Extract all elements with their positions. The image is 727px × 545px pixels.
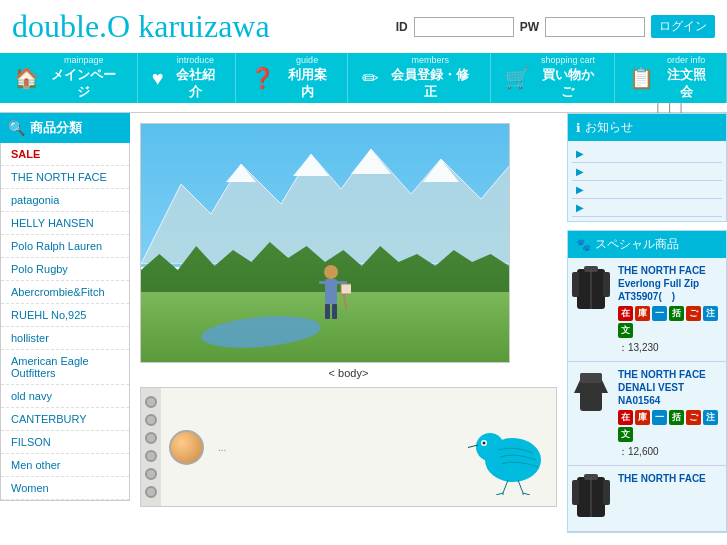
oshirase-title: ℹ お知らせ: [568, 114, 726, 141]
nav-guide-sub: guide: [281, 55, 333, 67]
tag-mon: 文: [618, 323, 633, 338]
product-tags-2: 在 庫 一 括 ご 注 文: [618, 410, 722, 442]
arrow-icon-1: ▶: [576, 148, 584, 159]
pw-input[interactable]: [545, 17, 645, 37]
painter-figure: [311, 264, 351, 327]
oshirase-row-4[interactable]: ▶: [572, 199, 722, 217]
arrow-icon-4: ▶: [576, 202, 584, 213]
sidebar-item-old-navy[interactable]: old navy: [1, 385, 129, 408]
sidebar-item-northface[interactable]: THE NORTH FACE: [1, 166, 129, 189]
svg-rect-13: [341, 284, 351, 294]
mountain-bg: [141, 134, 509, 264]
id-input[interactable]: [414, 17, 514, 37]
nav-introduce[interactable]: ♥ introduce 会社紹介: [138, 53, 237, 103]
sidebar-item-abercrombie[interactable]: Abercrombie&Fitch: [1, 281, 129, 304]
svg-marker-4: [351, 149, 391, 174]
nav-members[interactable]: ✏ members 会員登録・修正: [348, 53, 491, 103]
product-item-1[interactable]: THE NORTH FACE Everlong Full Zip AT35907…: [568, 258, 726, 362]
nav-order-sub: order info: [660, 55, 712, 67]
search-icon: 🔍: [8, 120, 25, 136]
logo: double.O karuizawa: [12, 8, 386, 45]
content-area: < body> ...: [130, 113, 567, 533]
sidebar-item-filson[interactable]: FILSON: [1, 431, 129, 454]
product-item-2[interactable]: THE NORTH FACE DENALI VEST NA01564 在 庫 一…: [568, 362, 726, 466]
notebook-text-area: ...: [214, 438, 458, 457]
header: double.O karuizawa ID PW ログイン: [0, 0, 727, 53]
product-price-1: ：13,230: [618, 341, 722, 355]
login-area: ID PW ログイン: [396, 15, 715, 38]
svg-rect-26: [572, 272, 579, 297]
nav-guide[interactable]: ❓ guide 利用案内: [236, 53, 348, 103]
svg-rect-11: [332, 304, 337, 319]
sidebar-item-hollister[interactable]: hollister: [1, 327, 129, 350]
svg-rect-33: [572, 480, 579, 505]
svg-rect-10: [325, 304, 330, 319]
oshirase-row-3[interactable]: ▶: [572, 181, 722, 199]
oshirase-row-2[interactable]: ▶: [572, 163, 722, 181]
nav-introduce-sub: introduce: [170, 55, 222, 67]
nav-shopping[interactable]: 🛒 shopping cart 買い物かご: [491, 53, 616, 103]
nav-mainpage[interactable]: 🏠 mainpage メインページ: [0, 53, 138, 103]
product-info-1: THE NORTH FACE Everlong Full Zip AT35907…: [618, 264, 722, 355]
sidebar-item-men-other[interactable]: Men other: [1, 454, 129, 477]
tag-go-2: ご: [686, 410, 701, 425]
login-button[interactable]: ログイン: [651, 15, 715, 38]
sidebar-title: 🔍 商品分類: [0, 113, 130, 143]
nav-mainpage-main: メインページ: [45, 67, 123, 101]
nav-guide-main: 利用案内: [281, 67, 333, 101]
product-image-2: [572, 368, 612, 421]
nav-members-main: 会員登録・修正: [385, 67, 476, 101]
cart-icon: 🛒: [505, 66, 530, 90]
sidebar-list: SALE THE NORTH FACE patagonia HELLY HANS…: [0, 143, 130, 501]
svg-rect-8: [319, 281, 327, 284]
sidebar-item-patagonia[interactable]: patagonia: [1, 189, 129, 212]
sidebar-item-american-eagle[interactable]: American Eagle Outfitters: [1, 350, 129, 385]
tag-zaiko-2: 在: [618, 410, 633, 425]
pw-label: PW: [520, 20, 539, 34]
paw-icon: 🐾: [576, 238, 591, 252]
tag-ko-2: 庫: [635, 410, 650, 425]
notebook-rings: [141, 388, 161, 506]
sidebar-item-polo-rugby[interactable]: Polo Rugby: [1, 258, 129, 281]
separator: | | |: [0, 103, 727, 113]
pencil-icon: ✏: [362, 66, 379, 90]
special-box: 🐾 スペシャル商品 THE NORTH FACE Everlong Full Z…: [567, 230, 727, 533]
sidebar-item-women[interactable]: Women: [1, 477, 129, 500]
tag-ichi: 一: [652, 306, 667, 321]
tag-zaiko: 在: [618, 306, 633, 321]
hero-image: [140, 123, 510, 363]
tag-ko: 庫: [635, 306, 650, 321]
svg-line-23: [523, 493, 530, 495]
nav-order[interactable]: 📋 order info 注文照会: [615, 53, 727, 103]
product-info-2: THE NORTH FACE DENALI VEST NA01564 在 庫 一…: [618, 368, 722, 459]
svg-line-21: [496, 493, 503, 495]
arrow-icon-2: ▶: [576, 166, 584, 177]
image-caption: < body>: [140, 367, 557, 379]
sidebar-item-polo-ralph[interactable]: Polo Ralph Lauren: [1, 235, 129, 258]
tag-chu: 注: [703, 306, 718, 321]
oshirase-row-1[interactable]: ▶: [572, 145, 722, 163]
sidebar-item-sale[interactable]: SALE: [1, 143, 129, 166]
sidebar-item-canterbury[interactable]: CANTERBURY: [1, 408, 129, 431]
svg-marker-2: [226, 164, 256, 182]
product-price-2: ：12,600: [618, 445, 722, 459]
ring-2: [145, 414, 157, 426]
tag-chu-2: 注: [703, 410, 718, 425]
sidebar-item-helly[interactable]: HELLY HANSEN: [1, 212, 129, 235]
info-icon: ℹ: [576, 121, 581, 135]
heart-icon: ♥: [152, 67, 164, 90]
home-icon: 🏠: [14, 66, 39, 90]
special-title: 🐾 スペシャル商品: [568, 231, 726, 258]
nav-introduce-main: 会社紹介: [170, 67, 222, 101]
svg-marker-3: [293, 154, 329, 176]
oshirase-body: ▶ ▶ ▶ ▶: [568, 141, 726, 221]
tag-katsu-2: 括: [669, 410, 684, 425]
order-icon: 📋: [629, 66, 654, 90]
product-item-3[interactable]: THE NORTH FACE: [568, 466, 726, 532]
svg-rect-34: [603, 480, 610, 505]
product-tags-1: 在 庫 一 括 ご 注 文: [618, 306, 722, 338]
ring-6: [145, 486, 157, 498]
arrow-icon-3: ▶: [576, 184, 584, 195]
sidebar-item-ruehl[interactable]: RUEHL No,925: [1, 304, 129, 327]
tag-go: ご: [686, 306, 701, 321]
